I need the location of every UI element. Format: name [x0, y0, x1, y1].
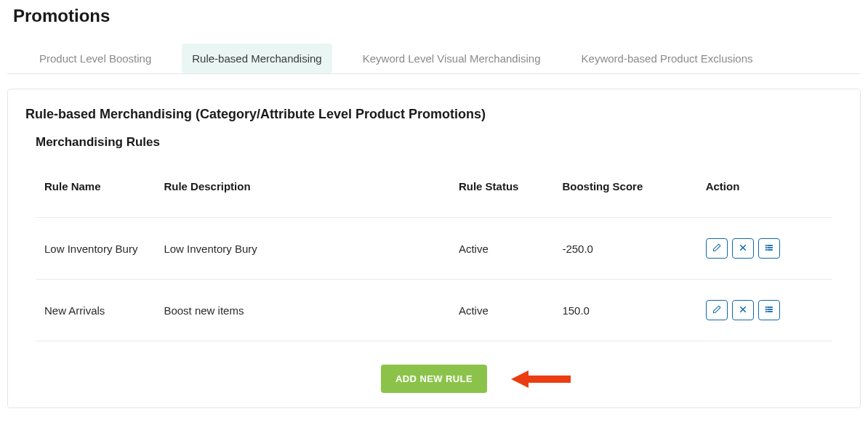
svg-rect-7 [767, 307, 772, 307]
svg-rect-11 [767, 311, 772, 312]
tab-keyword-based-product-exclusions[interactable]: Keyword-based Product Exclusions [571, 44, 763, 73]
svg-point-0 [765, 245, 767, 246]
cell-action [697, 218, 832, 280]
svg-rect-5 [767, 249, 772, 250]
list-button[interactable] [758, 238, 780, 259]
arrow-annotation-icon [511, 369, 571, 389]
svg-point-6 [765, 307, 767, 308]
cell-name: Low Inventory Bury [36, 218, 155, 280]
header-rule-name: Rule Name [36, 170, 155, 218]
svg-rect-9 [767, 309, 772, 309]
list-icon [765, 243, 773, 254]
panel-title: Rule-based Merchandising (Category/Attri… [25, 107, 843, 122]
cell-score: -250.0 [553, 218, 696, 280]
edit-button[interactable] [706, 300, 728, 320]
section-title: Merchandising Rules [36, 135, 843, 150]
close-icon [739, 243, 747, 254]
header-action: Action [697, 170, 832, 218]
cell-score: 150.0 [553, 280, 696, 341]
header-rule-status: Rule Status [450, 170, 553, 218]
list-button[interactable] [758, 300, 780, 320]
cell-status: Active [450, 218, 553, 280]
edit-icon [712, 305, 721, 316]
cell-status: Active [450, 280, 553, 341]
delete-button[interactable] [732, 300, 754, 320]
svg-point-4 [765, 249, 767, 251]
table-row: New Arrivals Boost new items Active 150.… [36, 280, 832, 341]
add-new-rule-button[interactable]: ADD NEW RULE [381, 365, 487, 393]
tabs-container: Product Level Boosting Rule-based Mercha… [7, 44, 861, 74]
tab-keyword-level-visual-merchandising[interactable]: Keyword Level Visual Merchandising [353, 44, 551, 73]
edit-button[interactable] [706, 238, 728, 259]
svg-point-8 [765, 309, 767, 310]
close-icon [739, 305, 747, 316]
cell-name: New Arrivals [36, 280, 155, 341]
list-icon [765, 305, 773, 316]
cell-description: Boost new items [155, 280, 450, 341]
tab-rule-based-merchandising[interactable]: Rule-based Merchandising [182, 44, 331, 73]
svg-point-2 [765, 247, 767, 248]
header-boosting-score: Boosting Score [553, 170, 696, 218]
edit-icon [712, 243, 721, 254]
tab-product-level-boosting[interactable]: Product Level Boosting [29, 44, 161, 73]
svg-point-10 [765, 311, 767, 312]
header-rule-description: Rule Description [155, 170, 450, 218]
cell-action [697, 280, 832, 341]
rules-table: Rule Name Rule Description Rule Status B… [36, 170, 832, 341]
cell-description: Low Inventory Bury [155, 218, 450, 280]
svg-marker-12 [511, 370, 571, 388]
page-title: Promotions [13, 6, 861, 26]
panel-rule-based-merchandising: Rule-based Merchandising (Category/Attri… [7, 89, 861, 408]
svg-rect-1 [767, 245, 772, 246]
delete-button[interactable] [732, 238, 754, 259]
table-row: Low Inventory Bury Low Inventory Bury Ac… [36, 218, 832, 280]
svg-rect-3 [767, 247, 772, 248]
